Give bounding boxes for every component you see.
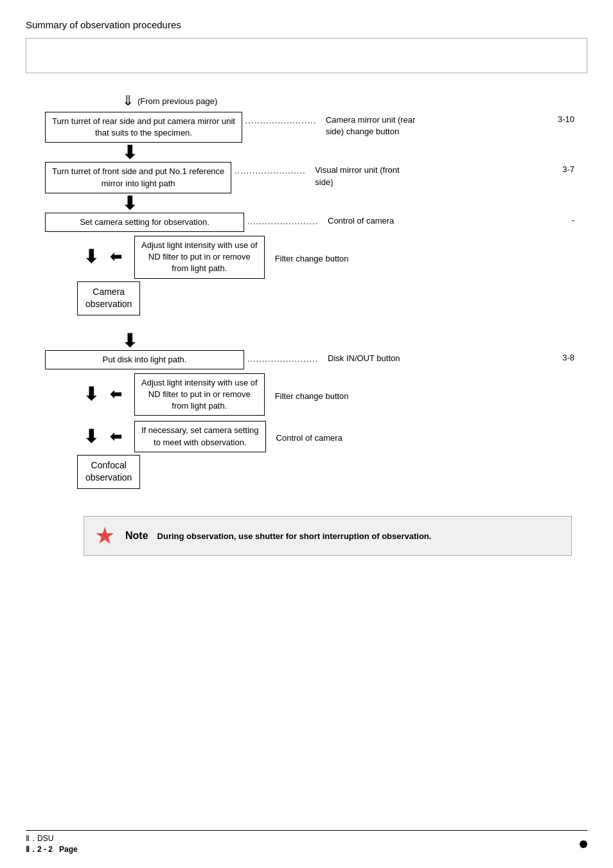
footer: Ⅱ．DSU Ⅱ．2 - 2 Page (26, 830, 587, 855)
camera-set-label: Control of camera (266, 430, 342, 443)
prev-arrow-icon: ⇓ (122, 93, 134, 109)
top-box (26, 38, 587, 73)
page-title: Summary of observation procedures (26, 19, 587, 30)
note-label: Note (125, 530, 148, 542)
flow-page-1: 3-10 (542, 112, 574, 124)
footer-page-word: Page (59, 845, 78, 854)
arrow-down-icon-4: ⬇ (122, 332, 137, 350)
flow-dots-3: ........................ (244, 213, 321, 226)
flow-box-disk: Put disk into light path. (45, 350, 244, 369)
flow-label-disk: Disk IN/OUT button (321, 350, 542, 364)
arrow-down-icon-3: ⬇ (84, 248, 98, 266)
footer-roman: Ⅱ (26, 834, 30, 843)
flow-dots-1: ........................ (242, 112, 319, 125)
footer-bullet (580, 840, 587, 848)
flow-area: ⇓ (From previous page) Turn turret of re… (26, 93, 587, 556)
disk-nd-box: Adjust light intensity with use ofND fil… (134, 373, 265, 416)
flow-row-2: Turn turret of front side and put No.1 r… (45, 162, 574, 193)
arrow-down-icon-1: ⬇ (122, 144, 137, 162)
disk-nd-label: Filter change button (265, 389, 349, 401)
camera-set-box: If necessary, set camera settingto meet … (134, 421, 266, 452)
arrow-down-icon-5: ⬇ (84, 385, 98, 403)
arrow-down-icon-2: ⬇ (122, 195, 137, 213)
flow-row-disk: Put disk into light path. ..............… (45, 350, 574, 369)
flow-label-3: Control of camera (321, 213, 542, 227)
from-prev-label: (From previous page) (138, 96, 217, 106)
note-star-icon: ★ (94, 524, 115, 547)
flow-dots-disk: ........................ (244, 350, 321, 364)
flow-row-1: Turn turret of rear side and put camera … (45, 112, 574, 143)
flow-label-1: Camera mirror unit (rearside) change but… (319, 112, 542, 137)
footer-page-label: Ⅱ．2 - 2 (26, 845, 53, 854)
flow-box-2: Turn turret of front side and put No.1 r… (45, 162, 231, 193)
flow-page-disk: 3-8 (542, 350, 574, 362)
footer-section-label: DSU (37, 834, 53, 843)
flow-box-3: Set camera setting for observation. (45, 213, 244, 232)
camera-observation-box: Cameraobservation (77, 281, 140, 315)
flow-box-1: Turn turret of rear side and put camera … (45, 112, 242, 143)
flow-label-2: Visual mirror unit (frontside) (308, 162, 542, 188)
note-text: During observation, use shutter for shor… (157, 531, 432, 541)
arrow-down-icon-6: ⬇ (84, 428, 98, 446)
flow-row-3: Set camera setting for observation. ....… (45, 213, 574, 232)
camera-nd-label: Filter change button (265, 251, 349, 263)
flow-page-3: - (542, 213, 574, 225)
note-area: ★ Note During observation, use shutter f… (84, 516, 572, 556)
arrow-left-icon-3: ⬅ (110, 430, 121, 444)
footer-section: Ⅱ．DSU Ⅱ．2 - 2 Page (26, 833, 78, 855)
flow-page-2: 3-7 (542, 162, 574, 174)
camera-nd-box: Adjust light intensity with use ofND fil… (134, 236, 265, 279)
from-previous: ⇓ (From previous page) (122, 93, 574, 109)
confocal-observation-box: Confocalobservation (77, 455, 140, 489)
flow-dots-2: ........................ (231, 162, 308, 175)
arrow-left-icon-1: ⬅ (110, 250, 121, 264)
arrow-left-icon-2: ⬅ (110, 387, 121, 402)
